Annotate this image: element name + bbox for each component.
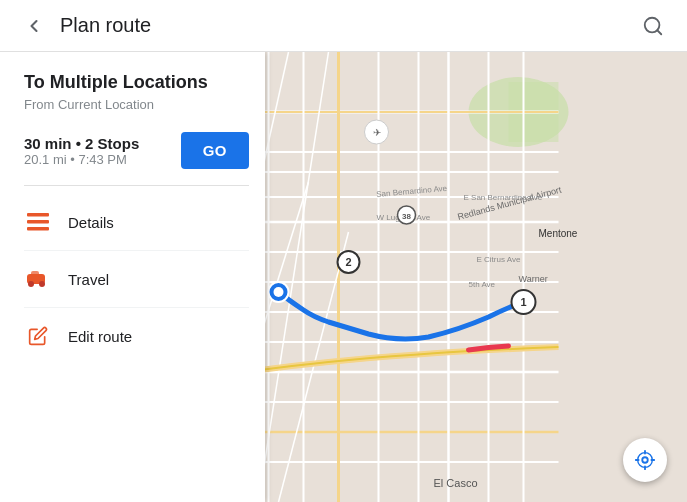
svg-point-40 <box>274 287 284 297</box>
svg-text:38: 38 <box>402 212 411 221</box>
svg-point-61 <box>28 281 34 287</box>
svg-rect-57 <box>27 220 49 224</box>
page-title: Plan route <box>60 14 635 37</box>
location-button[interactable] <box>623 438 667 482</box>
destination-subtitle: From Current Location <box>24 97 249 112</box>
svg-point-63 <box>642 457 648 463</box>
route-distance: 20.1 mi • 7:43 PM <box>24 152 139 167</box>
svg-text:Mentone: Mentone <box>539 228 578 239</box>
svg-text:2: 2 <box>345 256 351 268</box>
svg-text:El Casco: El Casco <box>434 477 478 489</box>
destination-title: To Multiple Locations <box>24 72 249 93</box>
edit-icon <box>24 322 52 350</box>
app-header: Plan route <box>0 0 687 52</box>
divider <box>24 185 249 186</box>
go-button[interactable]: GO <box>181 132 249 169</box>
search-button[interactable] <box>635 8 671 44</box>
svg-text:1: 1 <box>520 296 526 308</box>
svg-text:E San Bernardino Ave: E San Bernardino Ave <box>464 193 543 202</box>
route-info-row: 30 min • 2 Stops 20.1 mi • 7:43 PM GO <box>24 132 249 169</box>
svg-text:Warner: Warner <box>519 274 548 284</box>
svg-rect-56 <box>27 213 49 217</box>
menu-item-travel[interactable]: Travel <box>24 251 249 308</box>
menu-item-details[interactable]: Details <box>24 194 249 251</box>
menu-item-edit[interactable]: Edit route <box>24 308 249 364</box>
svg-rect-60 <box>31 271 39 277</box>
svg-text:✈: ✈ <box>373 127 381 138</box>
details-icon <box>24 208 52 236</box>
route-panel: To Multiple Locations From Current Locat… <box>0 52 265 502</box>
route-stats: 30 min • 2 Stops 20.1 mi • 7:43 PM <box>24 135 139 167</box>
svg-point-64 <box>638 453 653 468</box>
details-label: Details <box>68 214 114 231</box>
travel-icon <box>24 265 52 293</box>
svg-line-1 <box>657 30 661 34</box>
back-button[interactable] <box>16 8 52 44</box>
edit-route-label: Edit route <box>68 328 132 345</box>
svg-text:5th Ave: 5th Ave <box>469 280 496 289</box>
travel-label: Travel <box>68 271 109 288</box>
route-time: 30 min • 2 Stops <box>24 135 139 152</box>
svg-text:E Citrus Ave: E Citrus Ave <box>477 255 521 264</box>
svg-rect-58 <box>27 227 49 231</box>
svg-point-62 <box>39 281 45 287</box>
